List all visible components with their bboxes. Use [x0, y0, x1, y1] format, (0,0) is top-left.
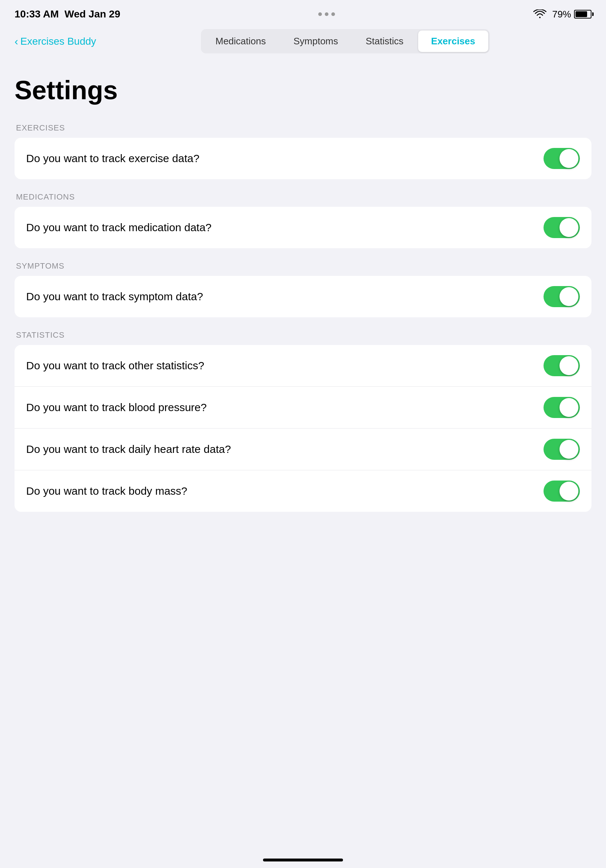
row-label-track-bm: Do you want to track body mass?	[26, 485, 187, 497]
battery-icon	[574, 10, 592, 19]
section-exercises: EXERCISES Do you want to track exercise …	[14, 123, 592, 179]
tab-medications[interactable]: Medications	[203, 31, 279, 52]
dot-3	[331, 12, 335, 16]
wifi-icon	[533, 9, 546, 19]
settings-card-symptoms: Do you want to track symptom data?	[14, 276, 592, 317]
toggle-track-bp[interactable]	[544, 397, 580, 418]
back-chevron-icon: ‹	[14, 35, 18, 48]
row-label-track-hr: Do you want to track daily heart rate da…	[26, 443, 231, 456]
dot-2	[325, 12, 328, 16]
row-label-track-medication: Do you want to track medication data?	[26, 222, 212, 234]
section-header-symptoms: SYMPTOMS	[14, 261, 592, 271]
status-right: 79%	[533, 9, 592, 20]
toggle-track-exercise[interactable]	[544, 148, 580, 169]
section-header-exercises: EXERCISES	[14, 123, 592, 133]
nav-bar: ‹ Exercises Buddy Medications Symptoms S…	[0, 25, 606, 61]
toggle-track-medication[interactable]	[544, 217, 580, 238]
main-content: Settings EXERCISES Do you want to track …	[0, 61, 606, 512]
tab-symptoms[interactable]: Symptoms	[280, 31, 351, 52]
back-label: Exercises Buddy	[20, 36, 96, 47]
row-track-stats: Do you want to track other statistics?	[14, 345, 592, 387]
tab-statistics[interactable]: Statistics	[353, 31, 417, 52]
status-dots	[318, 12, 335, 16]
section-header-statistics: STATISTICS	[14, 330, 592, 340]
row-track-exercise: Do you want to track exercise data?	[14, 138, 592, 179]
status-time: 10:33 AM Wed Jan 29	[14, 8, 120, 20]
battery-container: 79%	[552, 9, 592, 20]
tab-exercises[interactable]: Exercises	[418, 31, 488, 52]
section-statistics: STATISTICS Do you want to track other st…	[14, 330, 592, 512]
toggle-track-symptom[interactable]	[544, 286, 580, 307]
dot-1	[318, 12, 322, 16]
row-track-bm: Do you want to track body mass?	[14, 470, 592, 512]
settings-card-exercises: Do you want to track exercise data?	[14, 138, 592, 179]
row-label-track-exercise: Do you want to track exercise data?	[26, 152, 199, 165]
row-track-hr: Do you want to track daily heart rate da…	[14, 429, 592, 470]
row-label-track-stats: Do you want to track other statistics?	[26, 360, 204, 372]
toggle-track-hr[interactable]	[544, 439, 580, 460]
battery-percent: 79%	[552, 9, 571, 20]
section-medications: MEDICATIONS Do you want to track medicat…	[14, 192, 592, 248]
row-label-track-bp: Do you want to track blood pressure?	[26, 401, 207, 414]
segmented-control: Medications Symptoms Statistics Exercise…	[201, 29, 490, 53]
toggle-track-stats[interactable]	[544, 355, 580, 376]
section-header-medications: MEDICATIONS	[14, 192, 592, 202]
settings-card-medications: Do you want to track medication data?	[14, 207, 592, 248]
home-indicator	[263, 859, 343, 862]
settings-card-statistics: Do you want to track other statistics? D…	[14, 345, 592, 512]
toggle-track-bm[interactable]	[544, 480, 580, 502]
battery-fill	[575, 11, 587, 17]
row-track-symptom: Do you want to track symptom data?	[14, 276, 592, 317]
status-bar: 10:33 AM Wed Jan 29 79%	[0, 0, 606, 25]
page-title: Settings	[14, 75, 592, 105]
row-track-bp: Do you want to track blood pressure?	[14, 387, 592, 429]
back-button[interactable]: ‹ Exercises Buddy	[14, 35, 116, 48]
row-label-track-symptom: Do you want to track symptom data?	[26, 290, 203, 303]
section-symptoms: SYMPTOMS Do you want to track symptom da…	[14, 261, 592, 317]
row-track-medication: Do you want to track medication data?	[14, 207, 592, 248]
